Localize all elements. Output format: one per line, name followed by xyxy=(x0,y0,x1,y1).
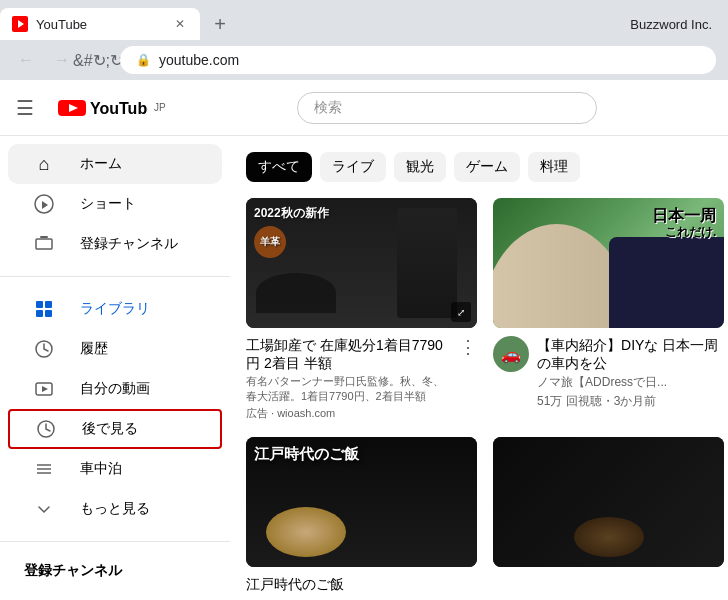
video-thumb-1: 2022秋の新作 羊革 ⤢ xyxy=(246,198,477,328)
main-layout: ⌂ ホーム ショート 登録チャンネル ライブラリ xyxy=(0,136,728,600)
my-videos-icon xyxy=(32,379,56,399)
filter-chip-cooking[interactable]: 料理 xyxy=(528,152,580,182)
svg-rect-6 xyxy=(36,239,52,249)
sidebar-item-car-trip[interactable]: 車中泊 xyxy=(8,449,222,489)
sidebar-divider-1 xyxy=(0,276,230,277)
back-button[interactable]: ← xyxy=(12,46,40,74)
sidebar-label-history: 履歴 xyxy=(80,340,108,358)
video-grid: 2022秋の新作 羊革 ⤢ 工場卸産で 在庫処分1着目7790円 2着目 半額 … xyxy=(246,198,712,596)
tab-favicon xyxy=(12,16,28,32)
filter-chip-all[interactable]: すべて xyxy=(246,152,312,182)
search-input[interactable]: 検索 xyxy=(314,99,342,117)
filter-chips: すべて ライブ 観光 ゲーム 料理 xyxy=(246,152,712,182)
new-tab-button[interactable]: + xyxy=(204,8,236,40)
svg-rect-7 xyxy=(40,236,48,238)
buzzword-label: Buzzword Inc. xyxy=(614,8,728,40)
library-icon xyxy=(32,299,56,319)
svg-rect-8 xyxy=(36,301,43,308)
svg-text:YouTube: YouTube xyxy=(90,100,148,117)
car-trip-icon xyxy=(32,459,56,479)
video-title-1: 工場卸産で 在庫処分1着目7790円 2着目 半額 xyxy=(246,336,451,372)
video-card-4[interactable] xyxy=(493,437,724,595)
forward-button[interactable]: → xyxy=(48,46,76,74)
svg-rect-9 xyxy=(45,301,52,308)
home-icon: ⌂ xyxy=(32,154,56,175)
sidebar-item-home[interactable]: ⌂ ホーム xyxy=(8,144,222,184)
youtube-logo[interactable]: YouTube JP xyxy=(58,98,166,118)
address-input[interactable]: 🔒 youtube.com xyxy=(120,46,716,74)
video-title-2: 【車内紹介】DIYな 日本一周の車内を公 xyxy=(537,336,724,372)
sidebar-label-watch-later: 後で見る xyxy=(82,420,138,438)
sidebar-label-my-videos: 自分の動画 xyxy=(80,380,150,398)
svg-rect-11 xyxy=(45,310,52,317)
video-stats-2: 51万 回視聴・3か月前 xyxy=(537,393,724,410)
video-channel-2: ノマ旅【ADDressで日... xyxy=(537,374,724,391)
video-info-2: 【車内紹介】DIYな 日本一周の車内を公 ノマ旅【ADDressで日... 51… xyxy=(537,336,724,410)
video-meta-2: 🚗 【車内紹介】DIYな 日本一周の車内を公 ノマ旅【ADDressで日... … xyxy=(493,336,724,410)
svg-rect-10 xyxy=(36,310,43,317)
video-thumb-2: 日本一周 これだけ. xyxy=(493,198,724,328)
sidebar-item-subscriptions[interactable]: 登録チャンネル xyxy=(8,224,222,264)
filter-chip-games[interactable]: ゲーム xyxy=(454,152,520,182)
sidebar-item-library[interactable]: ライブラリ xyxy=(8,289,222,329)
lock-icon: 🔒 xyxy=(136,53,151,67)
youtube-icon: YouTube xyxy=(58,98,148,118)
search-box[interactable]: 検索 xyxy=(297,92,597,124)
video-info-3: 江戸時代のご飯 xyxy=(246,575,477,595)
video-meta-1: 工場卸産で 在庫処分1着目7790円 2着目 半額 有名パターンナー野口氏監修。… xyxy=(246,336,477,421)
shorts-icon xyxy=(32,194,56,214)
sidebar-item-history[interactable]: 履歴 xyxy=(8,329,222,369)
address-bar: ← → &#↻;↻ 🔒 youtube.com xyxy=(0,40,728,80)
expand-icon-1: ⤢ xyxy=(451,302,471,322)
channel-avatar-2: 🚗 xyxy=(493,336,529,372)
tab-spacer xyxy=(236,8,614,40)
filter-chip-live[interactable]: ライブ xyxy=(320,152,386,182)
sidebar-item-more[interactable]: もっと見る xyxy=(8,489,222,529)
ad-badge-1: 広告 · wioash.com xyxy=(246,406,335,421)
sidebar-section-title-subscriptions: 登録チャンネル xyxy=(0,554,230,588)
history-icon xyxy=(32,339,56,359)
video-channel-1: 有名パターンナー野口氏監修。秋、冬、春大活躍。1着目7790円、2着目半額 xyxy=(246,374,451,404)
sidebar-item-shorts[interactable]: ショート xyxy=(8,184,222,224)
tab-bar: YouTube ✕ + Buzzword Inc. xyxy=(0,0,728,40)
svg-marker-14 xyxy=(42,386,48,392)
active-tab[interactable]: YouTube ✕ xyxy=(0,8,200,40)
youtube-header: ☰ YouTube JP 検索 xyxy=(0,80,728,136)
video-card-3[interactable]: 江戸時代のご飯 江戸時代のご飯 xyxy=(246,437,477,595)
page-content: ☰ YouTube JP 検索 ⌂ ホーム xyxy=(0,80,728,600)
hamburger-menu-button[interactable]: ☰ xyxy=(16,96,34,120)
header-search: 検索 xyxy=(182,92,712,124)
video-thumb-3: 江戸時代のご飯 xyxy=(246,437,477,567)
sidebar-label-home: ホーム xyxy=(80,155,122,173)
sidebar-label-more: もっと見る xyxy=(80,500,150,518)
video-card-2[interactable]: 日本一周 これだけ. 🚗 【車内紹介】DIYな 日本一周の車内を公 ノマ旅【AD… xyxy=(493,198,724,421)
jp-badge: JP xyxy=(154,102,166,113)
video-card-1[interactable]: 2022秋の新作 羊革 ⤢ 工場卸産で 在庫処分1着目7790円 2着目 半額 … xyxy=(246,198,477,421)
more-options-button-1[interactable]: ⋮ xyxy=(459,336,477,421)
tab-title: YouTube xyxy=(36,17,164,32)
subscriptions-icon xyxy=(32,234,56,254)
main-content: すべて ライブ 観光 ゲーム 料理 xyxy=(230,136,728,600)
browser-chrome: YouTube ✕ + Buzzword Inc. ← → &#↻;↻ 🔒 yo… xyxy=(0,0,728,80)
sidebar-item-my-videos[interactable]: 自分の動画 xyxy=(8,369,222,409)
sidebar-label-car-trip: 車中泊 xyxy=(80,460,122,478)
url-text: youtube.com xyxy=(159,52,239,68)
video-meta-3: 江戸時代のご飯 xyxy=(246,575,477,595)
sidebar-item-watch-later[interactable]: 後で見る xyxy=(8,409,222,449)
filter-chip-sightseeing[interactable]: 観光 xyxy=(394,152,446,182)
sidebar: ⌂ ホーム ショート 登録チャンネル ライブラリ xyxy=(0,136,230,600)
sidebar-label-subscriptions: 登録チャンネル xyxy=(80,235,178,253)
sidebar-label-shorts: ショート xyxy=(80,195,136,213)
watch-later-icon xyxy=(34,419,58,439)
video-title-3: 江戸時代のご飯 xyxy=(246,575,477,593)
sidebar-divider-2 xyxy=(0,541,230,542)
more-icon xyxy=(32,499,56,519)
tab-close-button[interactable]: ✕ xyxy=(172,16,188,32)
video-thumb-4 xyxy=(493,437,724,567)
reload-button[interactable]: &#↻;↻ xyxy=(84,46,112,74)
sidebar-label-library: ライブラリ xyxy=(80,300,150,318)
